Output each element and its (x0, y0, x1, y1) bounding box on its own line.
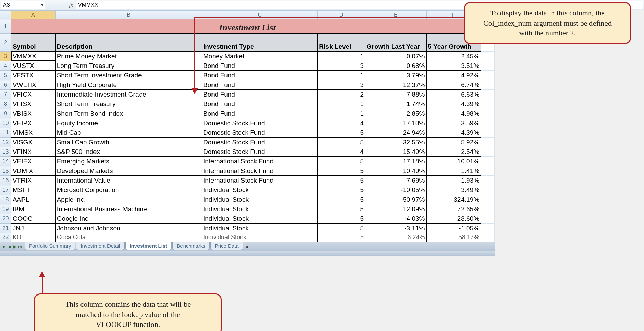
cell-A13[interactable]: VFINX (11, 147, 55, 157)
spreadsheet-grid[interactable]: ABCDEF1Investment List2SymbolDescription… (0, 10, 495, 242)
header-D[interactable]: Risk Level (318, 34, 365, 52)
cell-E10[interactable]: 17.10% (365, 118, 426, 128)
cell-A14[interactable]: VEIEX (11, 157, 55, 166)
row-header-3[interactable]: 3 (0, 52, 11, 61)
cell-C5[interactable]: Bond Fund (202, 71, 317, 80)
name-box[interactable]: A3 ▼ (1, 1, 45, 9)
cell-D6[interactable]: 3 (318, 80, 365, 90)
title-cell[interactable]: Investment List (11, 19, 481, 34)
cell-A20[interactable]: GOOG (11, 214, 55, 224)
cell-B7[interactable]: Intermediate Investment Grade (55, 90, 202, 99)
cell-E17[interactable]: -10.05% (365, 185, 426, 195)
blank-cell[interactable] (481, 157, 495, 166)
cell-E3[interactable]: 0.07% (365, 52, 426, 61)
cell-C17[interactable]: Individual Stock (202, 185, 317, 195)
cell-E12[interactable]: 32.55% (365, 138, 426, 147)
cell-E16[interactable]: 7.69% (365, 176, 426, 185)
cell-A5[interactable]: VFSTX (11, 71, 55, 80)
cell-B22[interactable]: Coca Cola (55, 233, 202, 242)
cell-C22[interactable]: Individual Stock (202, 233, 317, 242)
blank-cell[interactable] (481, 61, 495, 71)
cell-F16[interactable]: 1.93% (426, 176, 481, 185)
row-header-12[interactable]: 12 (0, 138, 11, 147)
cell-E15[interactable]: 10.49% (365, 166, 426, 176)
cell-A17[interactable]: MSFT (11, 185, 55, 195)
cell-A21[interactable]: JNJ (11, 224, 55, 233)
row-header-1[interactable]: 1 (0, 19, 11, 34)
cell-B8[interactable]: Short Term Treasury (55, 99, 202, 109)
cell-D21[interactable]: 5 (318, 224, 365, 233)
tab-scroll-left-icon[interactable]: ◀ (245, 245, 248, 249)
cell-D3[interactable]: 1 (318, 52, 365, 61)
name-box-dropdown-icon[interactable]: ▼ (40, 3, 44, 7)
cell-B11[interactable]: Mid Cap (55, 128, 202, 138)
cell-A22[interactable]: KO (11, 233, 55, 242)
cell-F21[interactable]: -1.05% (426, 224, 481, 233)
cell-C9[interactable]: Bond Fund (202, 109, 317, 118)
cell-E19[interactable]: 12.09% (365, 204, 426, 214)
cell-D15[interactable]: 5 (318, 166, 365, 176)
blank-cell[interactable] (481, 109, 495, 118)
blank-cell[interactable] (481, 185, 495, 195)
sheet-tab-investment-detail[interactable]: Investment Detail (76, 242, 125, 250)
blank-cell[interactable] (481, 118, 495, 128)
cell-D10[interactable]: 4 (318, 118, 365, 128)
cell-A8[interactable]: VFISX (11, 99, 55, 109)
header-C[interactable]: Investment Type (202, 34, 317, 52)
cell-B4[interactable]: Long Term Treasury (55, 61, 202, 71)
row-header-2[interactable]: 2 (0, 34, 11, 52)
cell-D5[interactable]: 1 (318, 71, 365, 80)
cell-B5[interactable]: Short Term Investment Grade (55, 71, 202, 80)
cell-F8[interactable]: 4.39% (426, 99, 481, 109)
row-header-20[interactable]: 20 (0, 214, 11, 224)
cell-F22[interactable]: 58.17% (426, 233, 481, 242)
tab-nav-first-icon[interactable]: ⏮ (1, 244, 6, 249)
cell-D17[interactable]: 5 (318, 185, 365, 195)
cell-E9[interactable]: 2.85% (365, 109, 426, 118)
blank-cell[interactable] (481, 214, 495, 224)
cell-E6[interactable]: 12.37% (365, 80, 426, 90)
cell-C18[interactable]: Individual Stock (202, 195, 317, 204)
header-A[interactable]: Symbol (11, 34, 55, 52)
cell-F9[interactable]: 4.98% (426, 109, 481, 118)
cell-B17[interactable]: Microsoft Corporation (55, 185, 202, 195)
cell-E21[interactable]: -3.11% (365, 224, 426, 233)
cell-A4[interactable]: VUSTX (11, 61, 55, 71)
cell-A10[interactable]: VEIPX (11, 118, 55, 128)
blank-cell[interactable] (481, 195, 495, 204)
cell-D20[interactable]: 5 (318, 214, 365, 224)
cell-C11[interactable]: Domestic Stock Fund (202, 128, 317, 138)
row-header-5[interactable]: 5 (0, 71, 11, 80)
cell-E11[interactable]: 24.94% (365, 128, 426, 138)
sheet-tab-portfolio-summary[interactable]: Portfolio Summary (25, 242, 75, 250)
cell-C12[interactable]: Domestic Stock Fund (202, 138, 317, 147)
row-header-8[interactable]: 8 (0, 99, 11, 109)
row-header-18[interactable]: 18 (0, 195, 11, 204)
cell-E8[interactable]: 1.74% (365, 99, 426, 109)
cell-E5[interactable]: 3.79% (365, 71, 426, 80)
cell-E18[interactable]: 50.97% (365, 195, 426, 204)
row-header-7[interactable]: 7 (0, 90, 11, 99)
cell-C14[interactable]: International Stock Fund (202, 157, 317, 166)
cell-B14[interactable]: Emerging Markets (55, 157, 202, 166)
row-header-19[interactable]: 19 (0, 204, 11, 214)
sheet-tab-price-data[interactable]: Price Data (210, 242, 243, 250)
cell-F7[interactable]: 6.63% (426, 90, 481, 99)
header-E[interactable]: Growth Last Year (365, 34, 426, 52)
cell-C8[interactable]: Bond Fund (202, 99, 317, 109)
row-header-15[interactable]: 15 (0, 166, 11, 176)
cell-C20[interactable]: Individual Stock (202, 214, 317, 224)
tab-nav-prev-icon[interactable]: ◀ (7, 244, 12, 249)
blank-cell[interactable] (481, 204, 495, 214)
cell-B9[interactable]: Short Term Bond Index (55, 109, 202, 118)
cell-B3[interactable]: Prime Money Market (55, 52, 202, 61)
blank-cell[interactable] (481, 90, 495, 99)
cell-C21[interactable]: Individual Stock (202, 224, 317, 233)
cell-B10[interactable]: Equity Income (55, 118, 202, 128)
cell-F4[interactable]: 3.51% (426, 61, 481, 71)
tab-nav-next-icon[interactable]: ▶ (12, 244, 17, 249)
cell-B12[interactable]: Small Cap Growth (55, 138, 202, 147)
row-header-17[interactable]: 17 (0, 185, 11, 195)
cell-F15[interactable]: 1.41% (426, 166, 481, 176)
row-header-11[interactable]: 11 (0, 128, 11, 138)
